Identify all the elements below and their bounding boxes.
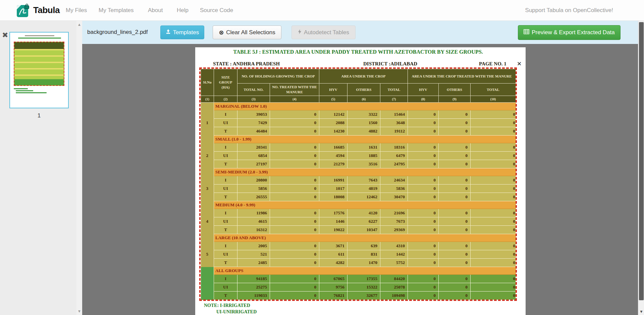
lightning-icon <box>298 29 302 36</box>
thumbnail-title-line <box>25 35 54 36</box>
thumbnail-note-line <box>14 88 28 89</box>
nav-help[interactable]: Help <box>177 7 189 14</box>
page-thumbnail[interactable] <box>9 32 69 108</box>
clear-all-selections-button[interactable]: ⊗ Clear All Selections <box>213 25 281 39</box>
clear-button-label: Clear All Selections <box>226 29 275 36</box>
thumbnail-note-line <box>16 90 33 91</box>
pdf-viewport[interactable]: TABLE 5J : ESTIMATED AREA UNDER PADDY TR… <box>82 44 638 315</box>
window-scrollbar[interactable]: ▲ ▼ <box>638 0 644 315</box>
templates-button[interactable]: Templates <box>160 25 204 39</box>
export-button-label: Preview & Export Extracted Data <box>532 29 615 36</box>
preview-export-button[interactable]: Preview & Export Extracted Data <box>518 25 621 40</box>
template-upload-icon <box>166 29 171 36</box>
document-title: TABLE 5J : ESTIMATED AREA UNDER PADDY TR… <box>201 49 516 55</box>
remove-page-button[interactable]: ✖ <box>2 32 8 39</box>
scroll-up-icon[interactable]: ▲ <box>76 23 82 26</box>
tabula-logo-icon[interactable] <box>17 4 30 17</box>
document-note-2: UI-UNIRRIGATED <box>216 309 257 315</box>
thumbnail-subtitle-line <box>18 38 61 39</box>
scrollbar-thumb[interactable] <box>639 22 644 300</box>
nav-about[interactable]: About <box>148 7 163 14</box>
thumbnail-sidebar: ✖ 1 <box>0 21 76 315</box>
spreadsheet-icon <box>524 29 529 36</box>
thumbnail-table-header <box>14 42 64 49</box>
nav-source-code[interactable]: Source Code <box>200 7 233 14</box>
sidebar-scrollbar[interactable]: ▲ ▼ <box>76 21 82 315</box>
tabula-app: Tabula My Files My Templates About Help … <box>0 0 644 315</box>
scrollbar-down-icon[interactable]: ▼ <box>638 310 644 313</box>
document-filename: background_lines_2.pdf <box>87 29 148 36</box>
circle-x-icon: ⊗ <box>219 29 224 36</box>
templates-button-label: Templates <box>173 29 199 36</box>
autodetect-button-label: Autodetect Tables <box>304 29 349 36</box>
document-state: STATE : ANDHRA PRADESH <box>213 61 280 67</box>
nav-my-templates[interactable]: My Templates <box>99 7 134 14</box>
toolbar: background_lines_2.pdf Templates ⊗ Clear… <box>82 21 638 44</box>
autodetect-tables-button: Autodetect Tables <box>291 25 356 39</box>
thumbnail-page-number: 1 <box>9 112 69 119</box>
thumbnail-table-footer <box>14 79 64 85</box>
document-note-1: NOTE: I-IRRIGATED <box>204 303 250 308</box>
document-district: DISTRICT :ADILABAD <box>363 61 417 67</box>
document-page-no: PAGE NO. 1 <box>479 61 506 67</box>
thumbnail-table-body <box>14 49 64 81</box>
pdf-page[interactable]: TABLE 5J : ESTIMATED AREA UNDER PADDY TR… <box>195 47 526 315</box>
thumbnail-note-line <box>16 92 47 93</box>
thumbnail-mini-table <box>14 42 64 86</box>
nav-my-files[interactable]: My Files <box>66 7 87 14</box>
support-link[interactable]: Support Tabula on OpenCollective! <box>525 7 613 14</box>
main-area: background_lines_2.pdf Templates ⊗ Clear… <box>82 21 638 315</box>
scroll-down-icon[interactable]: ▼ <box>76 310 82 313</box>
table-selection[interactable] <box>199 67 517 301</box>
brand-title[interactable]: Tabula <box>33 5 60 15</box>
deselect-selection-button[interactable]: ✕ <box>517 60 522 67</box>
navbar: Tabula My Files My Templates About Help … <box>0 0 644 21</box>
